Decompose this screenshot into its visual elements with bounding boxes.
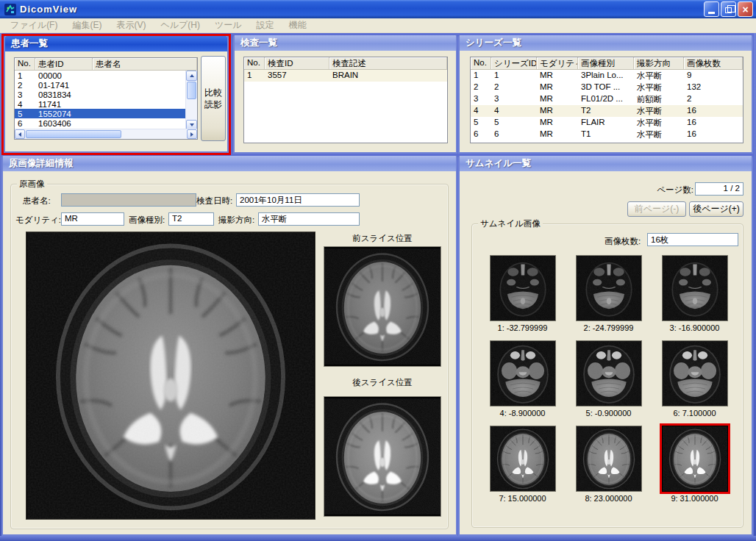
series-row[interactable]: 6 6 MR T1 水平断 16 [471,129,743,140]
thumbnail-label: 3: -16.900000 [670,323,720,332]
scroll-left-button[interactable] [15,129,25,139]
scroll-up-button[interactable] [186,71,197,81]
column-header[interactable]: 撮影方向 [634,57,684,69]
arrow-up-icon [190,74,194,77]
series-row[interactable]: 2 2 MR 3D TOF ... 水平断 132 [471,82,743,93]
patient-row[interactable]: 1 00000 [15,71,185,80]
prev-slice-label: 前スライス位置 [324,233,441,244]
column-header[interactable]: No. [471,57,491,69]
thumbnail-item[interactable]: 1: -32.799999 [479,255,566,340]
next-page-button[interactable]: 後ページ(+) [689,201,743,217]
menu-item[interactable]: 機能 [282,19,314,32]
restore-button[interactable] [721,1,736,17]
vertical-scrollbar [185,71,197,130]
patient-row-no: 1 [15,71,35,80]
scroll-right-button[interactable] [187,129,197,139]
exam-table-rows: 1 3557 BRAIN [244,70,447,143]
thumbnail-item[interactable]: 6: 7.100000 [652,340,738,426]
prev-page-button[interactable]: 前ページ(-) [627,201,686,217]
series-row-direction: 前額断 [634,93,684,105]
patient-row-id: 00000 [35,71,93,80]
series-panel-title: シリーズ一覧 [466,37,521,49]
series-panel-caption[interactable]: シリーズ一覧 [460,35,752,51]
series-row[interactable]: 1 1 MR 3Plain Lo... 水平断 9 [471,70,743,82]
scrollbar-track[interactable] [122,129,187,139]
image-count-field: 16枚 [647,233,738,246]
column-header[interactable]: モダリティ [537,57,578,69]
patient-row-name [93,99,185,109]
image-type-field[interactable]: T2 [168,212,214,226]
scrollbar-thumb[interactable] [26,130,121,138]
close-button[interactable]: × [738,1,753,17]
patient-row[interactable]: 6 1603406 [15,118,185,128]
thumbnail-panel-caption[interactable]: サムネイル一覧 [460,156,752,171]
detail-panel-caption[interactable]: 原画像詳細情報 [3,156,456,171]
thumbnail-item[interactable]: 4: -8.900000 [479,340,566,426]
groupbox-label: サムネイル画像 [478,218,543,229]
menu-item[interactable]: 表示(V) [109,19,153,32]
patient-row-no: 2 [15,80,35,90]
series-row-modality: MR [537,117,578,129]
patient-row-id: 11741 [35,99,93,109]
menu-item[interactable]: 編集(E) [65,19,109,32]
menu-item[interactable]: ファイル(F) [3,19,65,32]
next-slice-label: 後スライス位置 [324,377,441,388]
series-row-count: 16 [684,117,743,129]
menu-item[interactable]: ツール [207,19,249,32]
column-header[interactable]: No. [15,58,35,70]
series-row[interactable]: 3 3 MR FL01/2D ... 前額断 2 [471,93,743,105]
thumbnail-image [490,340,556,406]
exam-row-no: 1 [244,70,265,82]
menu-item[interactable]: 設定 [249,19,282,32]
thumbnail-label: 6: 7.100000 [673,409,716,418]
compare-reading-button[interactable]: 比較 読影 [201,56,226,141]
series-row[interactable]: 5 5 MR FLAIR 水平断 16 [471,117,743,129]
thumbnail-item[interactable]: 5: -0.900000 [566,340,652,426]
page-count-field: 1 / 2 [695,182,743,196]
thumbnail-item[interactable]: 9: 31.000000 [652,426,738,511]
column-header[interactable]: 患者名 [93,58,197,70]
series-row-direction: 水平断 [634,105,684,117]
column-header[interactable]: 患者ID [35,58,93,70]
thumbnail-label: 8: 23.000000 [585,494,632,503]
patient-row-name [93,109,185,118]
modality-field[interactable]: MR [61,212,124,226]
column-header[interactable]: 検査記述 [329,57,447,69]
scrollbar-track[interactable] [186,100,197,120]
series-row-modality: MR [537,93,578,105]
column-header[interactable]: No. [244,57,265,69]
series-list-panel: シリーズ一覧 No. シリーズID モダリティ 画像種別 撮影方向 画像枚数 1… [458,35,753,154]
patient-row[interactable]: 5 1552074 [15,109,185,118]
thumbnail-item[interactable]: 8: 23.000000 [566,426,652,511]
direction-field[interactable]: 水平断 [258,212,360,226]
series-row-count: 16 [684,129,743,140]
thumbnail-panel-title: サムネイル一覧 [466,157,531,170]
window-title: DicomView [20,4,704,15]
column-header[interactable]: 検査ID [265,57,329,69]
column-header[interactable]: シリーズID [491,57,537,69]
thumbnail-image [662,255,728,321]
exam-date-field[interactable]: 2001年10月11日 [236,193,360,207]
column-header[interactable]: 画像種別 [578,57,634,69]
patient-panel-caption[interactable]: 患者一覧 [5,36,227,51]
series-row-count: 2 [684,93,743,105]
series-row-no: 3 [471,93,491,105]
patient-row-no: 3 [15,90,35,99]
patient-row[interactable]: 3 0831834 [15,90,185,99]
menu-item[interactable]: ヘルプ(H) [153,19,207,32]
thumbnail-item[interactable]: 3: -16.900000 [652,255,738,340]
image-count-label: 画像枚数: [605,236,641,247]
patient-name-field[interactable] [61,193,196,207]
exam-row[interactable]: 1 3557 BRAIN [244,70,447,82]
minimize-button[interactable] [704,1,719,17]
patient-row[interactable]: 2 01-1741 [15,80,185,90]
thumbnail-item[interactable]: 7: 15.000000 [479,426,566,511]
series-row[interactable]: 4 4 MR T2 水平断 16 [471,105,743,117]
thumbnail-item[interactable]: 2: -24.799999 [566,255,652,340]
exam-panel-caption[interactable]: 検査一覧 [235,35,456,51]
patient-row[interactable]: 4 11741 [15,99,185,109]
scrollbar-thumb[interactable] [187,82,196,99]
column-header[interactable]: 画像枚数 [684,57,743,69]
thumbnail-label: 4: -8.900000 [500,409,546,418]
patient-list-panel: 患者一覧 No. 患者ID 患者名 1 00000 2 01- [4,36,229,153]
